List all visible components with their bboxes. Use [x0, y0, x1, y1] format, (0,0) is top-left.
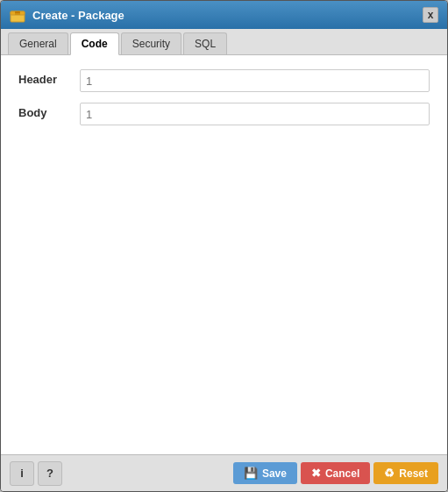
save-icon: 💾	[244, 467, 258, 480]
close-button[interactable]: x	[423, 7, 438, 23]
footer-bar: i ? 💾 Save ✖ Cancel ♻ Reset	[1, 454, 447, 491]
content-area: Header Body	[1, 55, 447, 454]
save-label: Save	[262, 467, 287, 480]
window-title: Create - Package	[32, 9, 124, 22]
svg-rect-3	[15, 11, 20, 13]
header-label: Header	[18, 69, 71, 86]
body-input[interactable]	[80, 103, 430, 125]
title-bar: Create - Package x	[1, 1, 447, 29]
body-row: Body	[18, 103, 430, 125]
cancel-icon: ✖	[311, 467, 321, 480]
header-input[interactable]	[80, 69, 430, 92]
header-row: Header	[18, 69, 430, 92]
tab-general[interactable]: General	[8, 32, 68, 54]
package-icon	[10, 7, 25, 23]
cancel-button[interactable]: ✖ Cancel	[301, 462, 370, 484]
body-label: Body	[18, 103, 71, 119]
footer-right: 💾 Save ✖ Cancel ♻ Reset	[233, 462, 438, 484]
tab-code[interactable]: Code	[70, 32, 119, 55]
info-button[interactable]: i	[10, 461, 34, 486]
cancel-label: Cancel	[325, 467, 359, 480]
reset-icon: ♻	[384, 467, 395, 480]
help-button[interactable]: ?	[38, 461, 62, 486]
footer-left: i ?	[10, 461, 62, 486]
reset-label: Reset	[399, 467, 428, 480]
title-bar-left: Create - Package	[10, 7, 124, 23]
reset-button[interactable]: ♻ Reset	[373, 462, 438, 484]
tab-sql[interactable]: SQL	[183, 32, 227, 54]
main-window: Create - Package x General Code Security…	[0, 0, 448, 492]
tabs-bar: General Code Security SQL	[1, 29, 447, 55]
save-button[interactable]: 💾 Save	[233, 462, 297, 484]
tab-security[interactable]: Security	[121, 32, 181, 54]
